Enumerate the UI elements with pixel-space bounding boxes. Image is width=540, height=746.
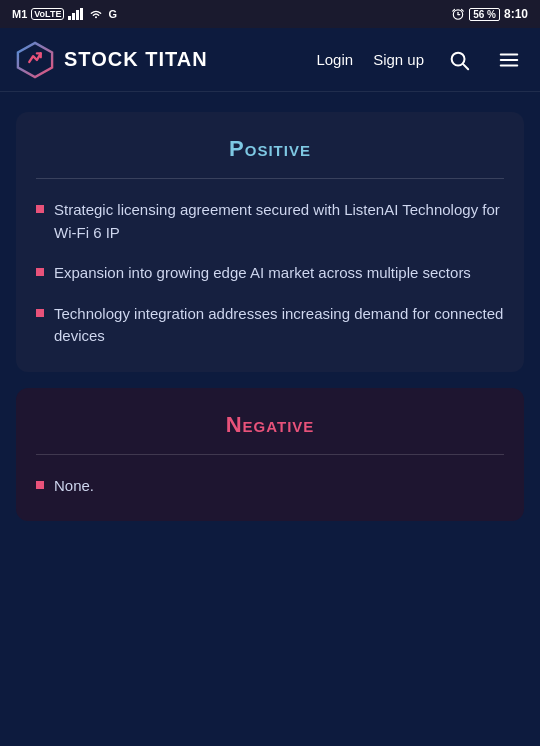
status-bar-left: M1 VoLTE G: [12, 8, 117, 20]
svg-rect-3: [80, 8, 83, 20]
wifi-icon: [88, 8, 104, 20]
list-item: Expansion into growing edge AI market ac…: [36, 262, 504, 285]
list-item: Technology integration addresses increas…: [36, 303, 504, 348]
status-bar: M1 VoLTE G 56 % 8:10: [0, 0, 540, 28]
positive-item-3: Technology integration addresses increas…: [54, 303, 504, 348]
svg-rect-0: [68, 16, 71, 20]
hamburger-icon: [498, 49, 520, 71]
search-icon: [448, 49, 470, 71]
page-content: Positive Strategic licensing agreement s…: [0, 92, 540, 746]
svg-marker-7: [18, 42, 52, 76]
signup-link[interactable]: Sign up: [373, 51, 424, 68]
negative-divider: [36, 454, 504, 455]
alarm-icon: [451, 7, 465, 21]
volte-label: VoLTE: [31, 8, 64, 20]
g-label: G: [108, 8, 117, 20]
bullet-icon: [36, 268, 44, 276]
positive-divider: [36, 178, 504, 179]
menu-button[interactable]: [494, 45, 524, 75]
negative-card: Negative None.: [16, 388, 524, 522]
time-display: 8:10: [504, 7, 528, 21]
bullet-icon: [36, 481, 44, 489]
positive-item-1: Strategic licensing agreement secured wi…: [54, 199, 504, 244]
navbar: STOCK TITAN Login Sign up: [0, 28, 540, 92]
list-item: None.: [36, 475, 504, 498]
battery-indicator: 56 %: [469, 8, 500, 21]
logo-text: STOCK TITAN: [64, 48, 208, 71]
positive-list: Strategic licensing agreement secured wi…: [36, 199, 504, 348]
navbar-links: Login Sign up: [316, 45, 524, 75]
navbar-logo: STOCK TITAN: [16, 41, 316, 79]
positive-title: Positive: [36, 136, 504, 162]
svg-line-9: [463, 64, 468, 69]
carrier-label: M1: [12, 8, 27, 20]
svg-rect-2: [76, 10, 79, 20]
signal-icon: [68, 8, 84, 20]
logo-icon: [16, 41, 54, 79]
status-bar-right: 56 % 8:10: [451, 7, 528, 21]
search-button[interactable]: [444, 45, 474, 75]
list-item: Strategic licensing agreement secured wi…: [36, 199, 504, 244]
positive-card: Positive Strategic licensing agreement s…: [16, 112, 524, 372]
bullet-icon: [36, 309, 44, 317]
negative-item-1: None.: [54, 475, 94, 498]
svg-rect-1: [72, 13, 75, 20]
negative-title: Negative: [36, 412, 504, 438]
positive-item-2: Expansion into growing edge AI market ac…: [54, 262, 471, 285]
battery-level: 56: [473, 9, 484, 20]
login-link[interactable]: Login: [316, 51, 353, 68]
negative-list: None.: [36, 475, 504, 498]
bullet-icon: [36, 205, 44, 213]
